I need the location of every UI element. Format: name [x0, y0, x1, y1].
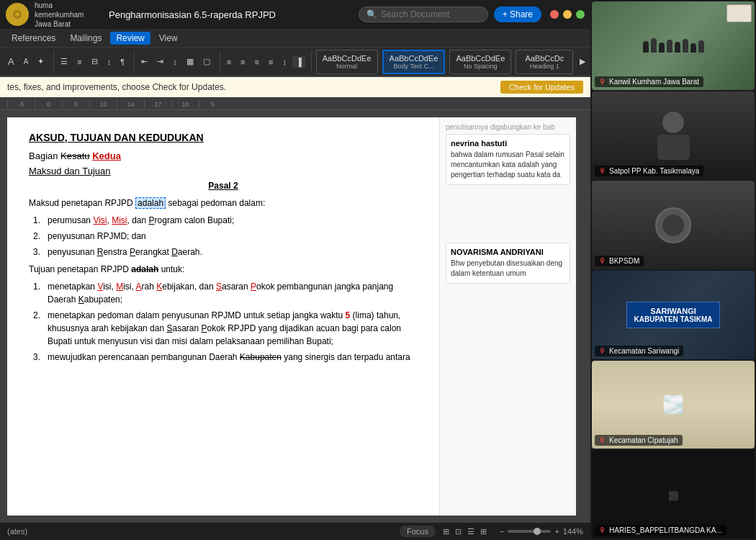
- ruler-mark: 5: [62, 99, 89, 108]
- comment-2: NOVARISMA ANDRIYANI Bhw penyebutan dises…: [446, 243, 570, 284]
- styles-arrow-btn[interactable]: ▶: [576, 55, 589, 68]
- document-title: Pengharmonisasian 6.5-raperda RPJPD: [32, 9, 352, 20]
- video-tile-sariwangi[interactable]: SARIWANGI KABUPATEN TASIKMA 🎙 Kecamatan …: [592, 271, 755, 359]
- mic-icon: 🎙: [599, 78, 606, 86]
- view-icon: ⊡: [455, 527, 462, 536]
- tujuan-item-2: 2. menetapkan pedoman dalam penyusunan R…: [29, 309, 418, 348]
- indent-increase-btn[interactable]: ⇥: [153, 55, 167, 68]
- comment-2-text: Bhw penyebutan disesuaikan deng dalam ke…: [451, 258, 565, 279]
- align-center-btn[interactable]: ≡: [237, 56, 248, 68]
- zoom-slider[interactable]: [508, 530, 551, 533]
- minimize-button[interactable]: [563, 10, 572, 19]
- ribbon-indent-group: ⇤ ⇥ ↕ ▦ ▢: [138, 50, 220, 73]
- ruler-mark: 0: [35, 99, 62, 108]
- mic-icon-bkpsdm: 🎙: [599, 257, 606, 265]
- borders-btn[interactable]: ▢: [199, 55, 214, 68]
- comment-1-author: nevrina hastuti: [451, 139, 565, 148]
- video-tile-cipatujah[interactable]: 🌫️ 🎙 Kecamatan Cipatujah: [592, 361, 755, 449]
- menu-references[interactable]: References: [6, 32, 61, 45]
- mic-icon-sariwangi: 🎙: [599, 347, 606, 355]
- ruler: -5 0 5 10 14 17 18 5: [0, 97, 590, 110]
- share-button[interactable]: + Share: [494, 6, 541, 22]
- search-icon: 🔍: [366, 9, 377, 19]
- comment-1-text: bahwa dalam rumusan Pasal selain mencant…: [451, 150, 565, 180]
- app-logo: [6, 3, 29, 26]
- ribbon-list-group: ☰ ≡ ⊟ ↕ ¶: [57, 50, 135, 73]
- bullet-list-btn[interactable]: ☰: [57, 55, 71, 68]
- list-btn4[interactable]: ↕: [104, 56, 115, 68]
- ruler-mark: -5: [7, 99, 35, 108]
- doc-bagian: Bagian Kesatu Kedua: [29, 150, 418, 161]
- update-message: tes, fixes, and improvements, choose Che…: [7, 82, 226, 92]
- menu-view[interactable]: View: [153, 32, 184, 45]
- menu-review[interactable]: Review: [110, 32, 150, 45]
- maximize-button[interactable]: [576, 10, 585, 19]
- ribbon-font-group: A A ✦: [4, 50, 54, 73]
- style-no-spacing[interactable]: AaBbCcDdEe No Spacing: [449, 50, 511, 74]
- list-item-1: 1. perumusan Visi, Misi, dan Program cal…: [29, 214, 418, 227]
- list-item-3: 3. penyusunan Renstra Perangkat Daerah.: [29, 246, 418, 258]
- menu-mailings[interactable]: Mailings: [64, 32, 107, 45]
- zoom-control[interactable]: − + 144%: [500, 527, 583, 536]
- ruler-marks: -5 0 5 10 14 17 18 5: [7, 99, 226, 108]
- align-justify-btn[interactable]: ≡: [265, 56, 276, 68]
- sort-btn[interactable]: ↕: [169, 56, 181, 68]
- font-size-btn[interactable]: A: [4, 55, 18, 68]
- highlight-btn[interactable]: ▐: [292, 56, 305, 68]
- list-item-2: 2. penyusunan RPJMD; dan: [29, 230, 418, 243]
- doc-kedua: Kedua: [92, 150, 121, 161]
- video-tile-kanwil[interactable]: 🎙 Kanwil Kumham Jawa Barat: [592, 1, 755, 90]
- document-content: AKSUD, TUJUAN DAN KEDUDUKAN Bagian Kesat…: [0, 110, 590, 523]
- align-right-btn[interactable]: ≡: [251, 56, 263, 68]
- mic-icon-haries: 🎙: [599, 526, 606, 534]
- doc-heading: AKSUD, TUJUAN DAN KEDUDUKAN: [29, 132, 418, 143]
- doc-pasal: Pasal 2: [29, 181, 418, 191]
- list-view-icon: ☰: [467, 527, 474, 536]
- doc-maksud-tujuan: Maksud dan Tujuan: [29, 166, 418, 176]
- zoom-out-icon[interactable]: −: [500, 527, 504, 536]
- video-tile-satpol[interactable]: 🎙 Satpol PP Kab. Tasikmalaya: [592, 91, 755, 180]
- video-tile-bkpsdm[interactable]: 🎙 BKPSDM: [592, 181, 755, 269]
- video-tile-haries[interactable]: ◼ 🎙 HARIES_BAPPELITBANGDA KA...: [592, 450, 755, 539]
- search-box[interactable]: 🔍: [359, 6, 488, 22]
- font-size-decrease-btn[interactable]: A: [20, 56, 32, 67]
- document-page: AKSUD, TUJUAN DAN KEDUDUKAN Bagian Kesat…: [7, 117, 439, 516]
- style-body-text[interactable]: AaBbCcDdEe Body Text C...: [382, 50, 446, 74]
- svg-point-2: [15, 12, 19, 17]
- indent-decrease-btn[interactable]: ⇤: [138, 55, 151, 68]
- status-bar: (ates) Focus ⊞ ⊡ ☰ ⊞ − + 144%: [0, 523, 590, 540]
- align-left-btn[interactable]: ≡: [223, 56, 235, 68]
- ruler-mark: 14: [117, 99, 144, 108]
- window-controls: [550, 10, 585, 19]
- video-panel: 🎙 Kanwil Kumham Jawa Barat 🎙 Satpol PP K…: [590, 0, 756, 540]
- ruler-mark: 5: [199, 99, 226, 108]
- ribbon-align-group: ≡ ≡ ≡ ≡ ↕ ▐: [223, 50, 312, 73]
- status-icons: ⊞ ⊡ ☰ ⊞: [443, 527, 487, 536]
- video-label-haries: 🎙 HARIES_BAPPELITBANGDA KA...: [595, 525, 726, 536]
- video-label-sariwangi: 🎙 Kecamatan Sariwangi: [595, 346, 683, 356]
- close-button[interactable]: [550, 10, 559, 19]
- ribbon: A A ✦ ☰ ≡ ⊟ ↕ ¶ ⇤ ⇥ ↕ ▦ ▢ ≡: [0, 48, 590, 77]
- clear-format-btn[interactable]: ✦: [34, 55, 48, 68]
- grid-icon: ⊞: [480, 527, 487, 536]
- focus-button[interactable]: Focus: [400, 526, 436, 537]
- zoom-in-icon[interactable]: +: [554, 527, 559, 536]
- shading-btn[interactable]: ▦: [183, 55, 197, 68]
- tujuan-item-3: 3. mewujudkan perencanaan pembangunan Da…: [29, 351, 418, 364]
- pilcrow-btn[interactable]: ¶: [117, 56, 128, 68]
- line-spacing-btn[interactable]: ↕: [279, 56, 290, 68]
- ruler-mark: 18: [171, 99, 199, 108]
- numbered-list-btn[interactable]: ≡: [73, 56, 85, 68]
- style-normal[interactable]: AaBbCcDdEe Normal: [316, 50, 378, 74]
- mic-icon-cipatujah: 🎙: [599, 436, 606, 444]
- tujuan-item-1: 1. menetapkan Visi, Misi, Arah Kebijakan…: [29, 280, 418, 306]
- search-input[interactable]: [381, 9, 474, 19]
- check-updates-button[interactable]: Check for Updates: [500, 81, 583, 94]
- ribbon-styles-group: AaBbCcDdEe Normal AaBbCcDdEe Body Text C…: [315, 50, 590, 73]
- list-btn3[interactable]: ⊟: [88, 55, 102, 68]
- comment-panel: penulisannya digabungkan ke bab nevrina …: [439, 117, 576, 516]
- video-label-kanwil: 🎙 Kanwil Kumham Jawa Barat: [595, 76, 703, 87]
- mic-icon-satpol: 🎙: [599, 167, 606, 175]
- style-heading1[interactable]: AaBbCcDc Heading 1: [516, 50, 573, 74]
- doc-para2: Tujuan penetapan RPJPD adalah untuk:: [29, 263, 418, 276]
